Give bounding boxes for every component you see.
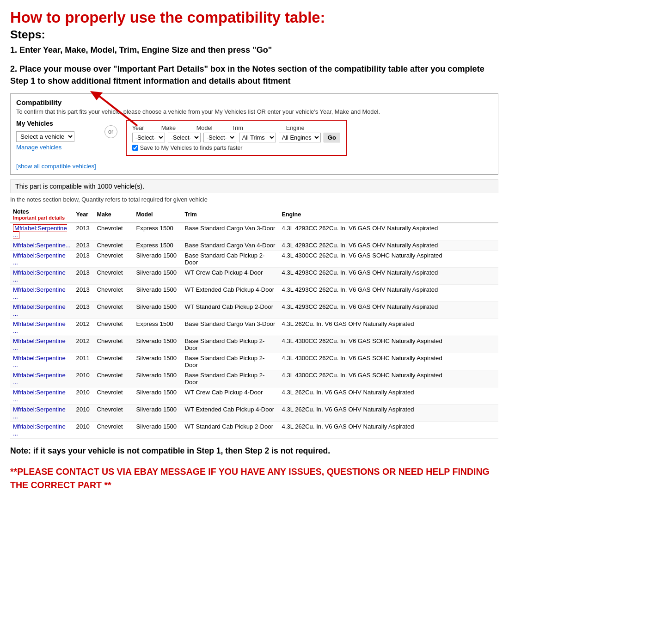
make-cell: Chevrolet [94,223,134,240]
year-cell: 2013 [74,240,94,250]
important-part-details-label: Important part details [13,215,71,221]
year-cell: 2011 [74,353,94,370]
year-column-header: Year [74,207,94,223]
notes-cell[interactable]: Mfrlabel:Serpentine ... [10,353,74,370]
model-cell: Silverado 1500 [134,370,182,387]
engine-cell: 4.3L 4293CC 262Cu. In. V6 GAS OHV Natura… [279,267,498,284]
notes-column-header: Notes Important part details [10,207,74,223]
make-cell: Chevrolet [94,404,134,421]
year-cell: 2010 [74,404,94,421]
model-select[interactable]: -Select- [203,133,236,142]
table-row: Mfrlabel:Serpentine ...2010ChevroletSilv… [10,370,498,387]
notes-cell[interactable]: Mfrlabel:Serpentine ... [10,336,74,353]
trim-cell: Base Standard Cargo Van 3-Door [182,223,279,240]
make-cell: Chevrolet [94,353,134,370]
model-label: Model [196,124,228,131]
notes-cell[interactable]: Mfrlabel:Serpentine ... [10,319,74,336]
table-row: Mfrlabel:Serpentine ...2012ChevroletSilv… [10,336,498,353]
trim-cell: Base Standard Cargo Van 3-Door [182,319,279,336]
notes-cell[interactable]: Mfrlabel:Serpentine ... [10,284,74,301]
make-cell: Chevrolet [94,250,134,267]
make-cell: Chevrolet [94,284,134,301]
notes-cell[interactable]: Mfrlabel:Serpentine ... [10,387,74,404]
model-cell: Silverado 1500 [134,387,182,404]
table-row: Mfrlabel:Serpentine ...2013ChevroletSilv… [10,284,498,301]
engine-label: Engine [286,124,328,131]
go-button[interactable]: Go [324,133,340,142]
engine-cell: 4.3L 262Cu. In. V6 GAS OHV Naturally Asp… [279,387,498,404]
engine-cell: 4.3L 4300CC 262Cu. In. V6 GAS SOHC Natur… [279,336,498,353]
year-cell: 2013 [74,267,94,284]
compatibility-title: Compatibility [16,98,492,107]
trim-cell: Base Standard Cab Pickup 2-Door [182,336,279,353]
year-cell: 2010 [74,421,94,438]
engine-cell: 4.3L 4293CC 262Cu. In. V6 GAS OHV Natura… [279,301,498,319]
trim-label: Trim [232,124,282,131]
table-row: Mfrlabel:Serpentine ...2013ChevroletSilv… [10,267,498,284]
make-cell: Chevrolet [94,421,134,438]
compatibility-section: Compatibility To confirm that this part … [10,93,498,175]
model-cell: Silverado 1500 [134,404,182,421]
my-vehicles-label: My Vehicles [16,120,96,127]
show-all-compatible-link[interactable]: [show all compatible vehicles] [16,163,96,170]
vehicle-entry-form: Year Make Model Trim Engine -Select- -Se… [126,120,347,156]
engine-cell: 4.3L 4300CC 262Cu. In. V6 GAS SOHC Natur… [279,370,498,387]
engine-column-header: Engine [279,207,498,223]
contact-text: **PLEASE CONTACT US VIA EBAY MESSAGE IF … [10,465,498,491]
main-title: How to properly use the compatibility ta… [10,8,498,26]
model-cell: Express 1500 [134,223,182,240]
table-row: Mfrlabel:Serpentine...2013ChevroletExpre… [10,240,498,250]
year-cell: 2013 [74,301,94,319]
make-label: Make [161,124,193,131]
make-select[interactable]: -Select- [168,133,201,142]
make-column-header: Make [94,207,134,223]
notes-cell[interactable]: Mfrlabel:Serpentine ... [10,301,74,319]
notes-cell[interactable]: Mfrlabel:Serpentine... [10,240,74,250]
step1-text: 1. Enter Year, Make, Model, Trim, Engine… [10,44,498,56]
notes-cell[interactable]: Mfrlabel:Serpentine ... [10,404,74,421]
table-row: Mfrlabel:Serpentine ...2013ChevroletExpr… [10,223,498,240]
table-row: Mfrlabel:Serpentine ...2011ChevroletSilv… [10,353,498,370]
year-cell: 2012 [74,319,94,336]
make-cell: Chevrolet [94,301,134,319]
or-separator: or [104,125,117,138]
trim-cell: WT Extended Cab Pickup 4-Door [182,284,279,301]
manage-vehicles-link[interactable]: Manage vehicles [16,144,96,151]
model-cell: Silverado 1500 [134,421,182,438]
trim-cell: WT Standard Cab Pickup 2-Door [182,421,279,438]
engine-cell: 4.3L 262Cu. In. V6 GAS OHV Naturally Asp… [279,404,498,421]
model-cell: Silverado 1500 [134,301,182,319]
year-select[interactable]: -Select- [132,133,165,142]
select-vehicle-dropdown[interactable]: Select a vehicle [16,131,74,142]
table-row: Mfrlabel:Serpentine ...2013ChevroletSilv… [10,250,498,267]
steps-heading: Steps: [10,28,498,41]
year-cell: 2013 [74,250,94,267]
model-cell: Silverado 1500 [134,353,182,370]
year-cell: 2010 [74,387,94,404]
my-vehicles-control: My Vehicles Select a vehicle Manage vehi… [16,120,96,170]
model-cell: Silverado 1500 [134,284,182,301]
engine-select[interactable]: All Engines [279,133,321,142]
notes-cell[interactable]: Mfrlabel:Serpentine ... [10,421,74,438]
trim-cell: Base Standard Cab Pickup 2-Door [182,370,279,387]
table-row: Mfrlabel:Serpentine ...2010ChevroletSilv… [10,387,498,404]
notes-cell[interactable]: Mfrlabel:Serpentine ... [10,370,74,387]
trim-select[interactable]: All Trims [239,133,276,142]
trim-cell: Base Standard Cab Pickup 2-Door [182,353,279,370]
table-row: Mfrlabel:Serpentine ...2013ChevroletSilv… [10,301,498,319]
trim-cell: Base Standard Cargo Van 4-Door [182,240,279,250]
model-cell: Express 1500 [134,319,182,336]
save-vehicles-label: Save to My Vehicles to finds parts faste… [140,145,243,151]
trim-cell: WT Crew Cab Pickup 4-Door [182,267,279,284]
model-cell: Silverado 1500 [134,336,182,353]
make-cell: Chevrolet [94,240,134,250]
save-vehicles-checkbox[interactable] [132,145,138,151]
notes-cell[interactable]: Mfrlabel:Serpentine ... [10,267,74,284]
year-cell: 2012 [74,336,94,353]
year-label: Year [132,124,158,131]
notes-cell[interactable]: Mfrlabel:Serpentine ... [10,250,74,267]
table-row: Mfrlabel:Serpentine ...2010ChevroletSilv… [10,404,498,421]
notes-cell[interactable]: Mfrlabel:Serpentine ... [10,223,74,240]
model-cell: Express 1500 [134,240,182,250]
make-cell: Chevrolet [94,336,134,353]
